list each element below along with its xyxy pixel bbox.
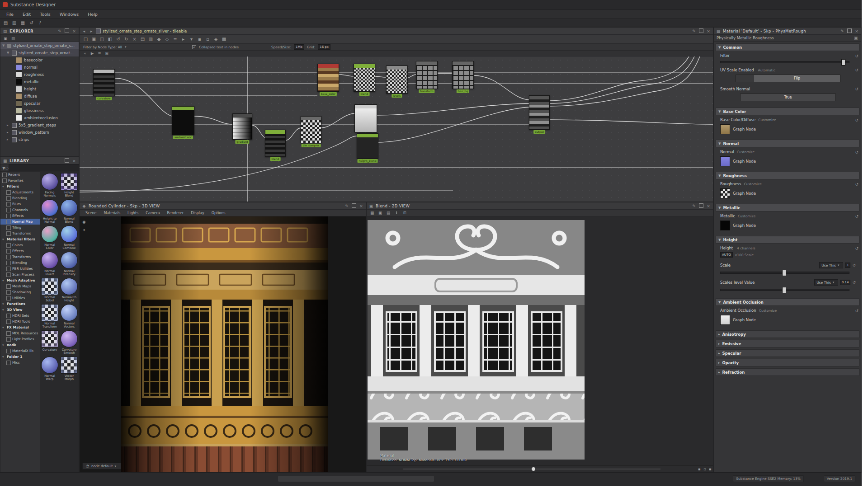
- explorer-graph-window_pattern[interactable]: ▸window_pattern: [0, 129, 79, 136]
- section-header-collapsed[interactable]: ▸Opacity: [716, 359, 859, 366]
- slider-handle[interactable]: [782, 287, 786, 293]
- graph-tab-title[interactable]: stylized_ornate_step_ornate_silver - til…: [103, 29, 187, 33]
- explorer-output-metallic[interactable]: metallic: [0, 78, 79, 85]
- section-header[interactable]: ▼Base Color: [716, 108, 859, 115]
- caret-right-icon[interactable]: ▸: [7, 131, 10, 134]
- graph-tool-icon-2[interactable]: ◫: [99, 36, 105, 42]
- graph-node[interactable]: tile_sampler: [301, 116, 321, 143]
- explorer-graph[interactable]: ▼ stylized_ornate_step_ornat...: [0, 49, 79, 56]
- library-item[interactable]: Normal Transform: [41, 304, 58, 328]
- caret-down-icon[interactable]: ▾: [2, 326, 5, 329]
- pin-icon[interactable]: ✎: [840, 29, 845, 33]
- library-item[interactable]: Normal Vectors: [61, 304, 78, 328]
- close-icon[interactable]: ×: [359, 204, 364, 208]
- graph-node[interactable]: blend: [354, 64, 375, 92]
- library-item[interactable]: Vector Morph: [61, 357, 78, 381]
- close-icon[interactable]: ×: [854, 29, 859, 33]
- reset-icon[interactable]: ↺: [855, 54, 859, 58]
- reset-icon[interactable]: ↺: [852, 263, 856, 267]
- library-tree-item-blending[interactable]: Blending: [0, 260, 40, 266]
- close-icon[interactable]: ×: [706, 204, 711, 208]
- lock-icon[interactable]: ▣: [853, 36, 859, 40]
- explorer-output-normal[interactable]: normal: [0, 64, 79, 71]
- view3d-menu-display[interactable]: Display: [188, 210, 208, 216]
- library-tree-item-adjustments[interactable]: Adjustments: [0, 189, 40, 195]
- height-scale-combo[interactable]: Use This▾: [819, 262, 843, 268]
- graph-tool-icon-16[interactable]: ◈: [212, 36, 219, 42]
- forward-icon[interactable]: ▸: [89, 29, 94, 33]
- explorer-output-glossiness[interactable]: glossiness: [0, 107, 79, 114]
- library-tree-item-effects[interactable]: Effects: [0, 248, 40, 254]
- explorer-output-basecolor[interactable]: basecolor: [0, 56, 79, 64]
- library-item[interactable]: Height to Normal: [41, 199, 58, 224]
- close-icon[interactable]: ×: [71, 159, 77, 163]
- uv-scale-toggle-off[interactable]: [736, 75, 754, 82]
- height-level-combo[interactable]: Use This▾: [814, 279, 838, 286]
- reset-icon[interactable]: ↺: [855, 182, 859, 187]
- library-tree-item-light-profiles[interactable]: Light Profiles: [0, 336, 40, 342]
- library-tree-item-3d-view[interactable]: ▾3D View: [0, 307, 40, 313]
- library-tree-item-pbr-utilities[interactable]: PBR Utilities: [0, 266, 40, 272]
- library-tree-item-recent[interactable]: Recent: [0, 172, 40, 178]
- library-item[interactable]: Normal Blend: [61, 199, 78, 224]
- view3d-display-combo[interactable]: ◔ node default ▾: [82, 463, 121, 469]
- graph-tool-icon-5[interactable]: ↻: [123, 36, 130, 42]
- float-icon[interactable]: [351, 203, 357, 209]
- graph-node[interactable]: levels: [386, 66, 408, 94]
- graph-tool-icon-11[interactable]: ≡: [172, 36, 179, 42]
- grid-value[interactable]: 16 px: [318, 44, 330, 50]
- library-item[interactable]: Normal Warp: [41, 357, 58, 381]
- graph-tool-icon-6[interactable]: ×: [131, 36, 138, 42]
- map-thumbnail[interactable]: [720, 315, 730, 325]
- view2d-viewport[interactable]: Material Definition: NDMM Top: Materials…: [367, 216, 713, 465]
- float-icon[interactable]: [698, 203, 704, 209]
- map-thumbnail[interactable]: [720, 188, 730, 198]
- library-item[interactable]: Curvature: [41, 330, 58, 355]
- library-tree-item-colors[interactable]: Colors: [0, 242, 40, 248]
- save-icon[interactable]: ▦: [19, 19, 26, 26]
- library-tree-item-mdl-resources[interactable]: MDL Resources: [0, 330, 40, 336]
- explorer-output-roughness[interactable]: roughness: [0, 71, 79, 78]
- reset-icon[interactable]: ↺: [855, 309, 859, 313]
- view3d-menu-renderer[interactable]: Renderer: [164, 210, 187, 216]
- view3d-camera-icon[interactable]: ◉: [81, 219, 87, 225]
- graph-tool-icon-9[interactable]: ◆: [156, 36, 162, 42]
- caret-down-icon[interactable]: ▾: [2, 308, 5, 312]
- close-icon[interactable]: ×: [71, 29, 77, 33]
- library-tree-item-normal-map[interactable]: Normal Map: [0, 219, 40, 225]
- library-tree-item-hdri-sets[interactable]: HDRI Sets: [0, 313, 40, 319]
- float-icon[interactable]: [698, 28, 704, 34]
- menu-item-file[interactable]: File: [2, 10, 18, 19]
- section-header-collapsed[interactable]: ▸Emissive: [716, 340, 859, 347]
- menu-item-tools[interactable]: Tools: [35, 10, 55, 19]
- library-tree-item-effects[interactable]: Effects: [0, 213, 40, 219]
- graph-tool-icon-14[interactable]: ▪: [196, 36, 203, 42]
- menu-item-help[interactable]: Help: [83, 10, 102, 19]
- library-item[interactable]: Curvature Smooth: [61, 330, 78, 355]
- menu-item-edit[interactable]: Edit: [18, 10, 35, 19]
- map-thumbnail[interactable]: [720, 124, 730, 134]
- reset-icon[interactable]: ↺: [855, 214, 859, 219]
- library-tree-item-transforms[interactable]: Transforms: [0, 254, 40, 260]
- library-item[interactable]: Normal Intensity: [61, 252, 78, 276]
- graph-tool-icon-10[interactable]: ◇: [164, 36, 170, 42]
- view3d-menu-scene[interactable]: Scene: [82, 210, 99, 216]
- info-icon[interactable]: ℹ: [394, 210, 399, 216]
- caret-down-icon[interactable]: ▼: [7, 51, 10, 55]
- section-header[interactable]: ▼Roughness: [716, 172, 859, 179]
- collapse-checkbox[interactable]: ✓: [192, 45, 196, 49]
- graph-node[interactable]: output: [529, 95, 550, 130]
- library-tree-item-blending[interactable]: Blending: [0, 195, 40, 201]
- reset-icon[interactable]: ↺: [855, 150, 859, 155]
- filter-icon[interactable]: ▥: [10, 36, 16, 41]
- pin-icon[interactable]: ✎: [691, 29, 697, 33]
- caret-down-icon[interactable]: ▾: [2, 185, 5, 188]
- library-tree-item-utilities[interactable]: Utilities: [0, 295, 40, 301]
- library-tree-item-folder-1[interactable]: ▾Folder 1: [0, 354, 40, 360]
- graph-tool-icon-7[interactable]: ▤: [139, 36, 146, 42]
- channels-icon[interactable]: ▤: [386, 210, 391, 216]
- view3d-menu-options[interactable]: Options: [208, 210, 229, 216]
- library-tree-item-misc[interactable]: Misc: [0, 360, 40, 366]
- view2d-zoom-slider[interactable]: [403, 469, 660, 469]
- explorer-output-specular[interactable]: specular: [0, 100, 79, 107]
